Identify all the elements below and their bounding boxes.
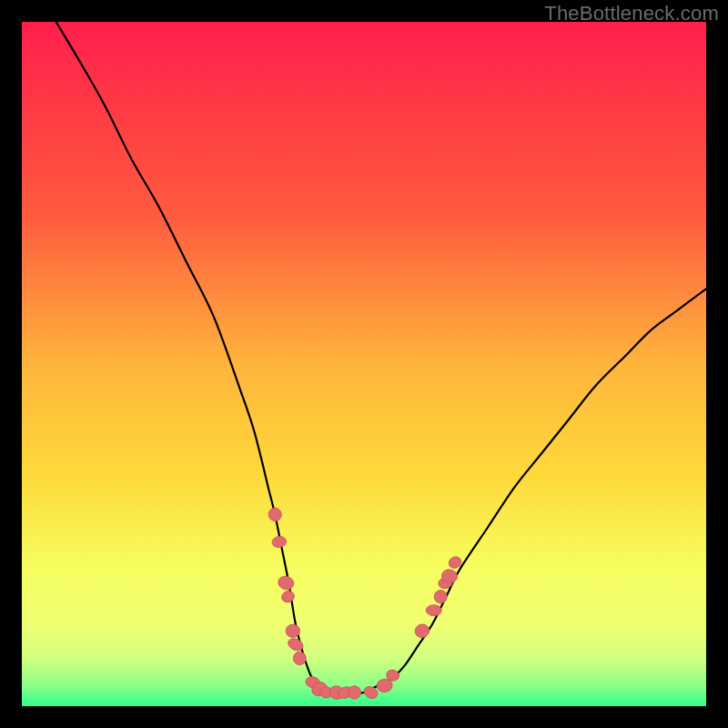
curve-marker bbox=[426, 605, 441, 616]
stage: TheBottleneck.com bbox=[0, 0, 728, 728]
watermark-text: TheBottleneck.com bbox=[544, 2, 719, 25]
chart-plot bbox=[22, 22, 706, 706]
chart-background bbox=[22, 22, 706, 706]
chart-svg bbox=[22, 22, 706, 706]
curve-marker bbox=[286, 624, 300, 638]
